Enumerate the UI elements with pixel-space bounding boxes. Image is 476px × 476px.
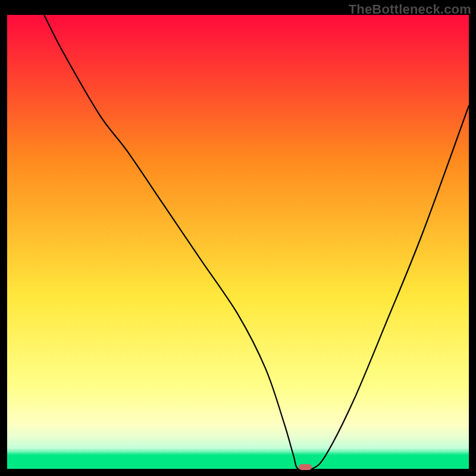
- plot-area: [7, 15, 469, 469]
- minimum-marker: [299, 464, 312, 470]
- gradient-background: [7, 15, 469, 469]
- watermark-text: TheBottleneck.com: [349, 2, 471, 17]
- chart-svg: [7, 15, 469, 469]
